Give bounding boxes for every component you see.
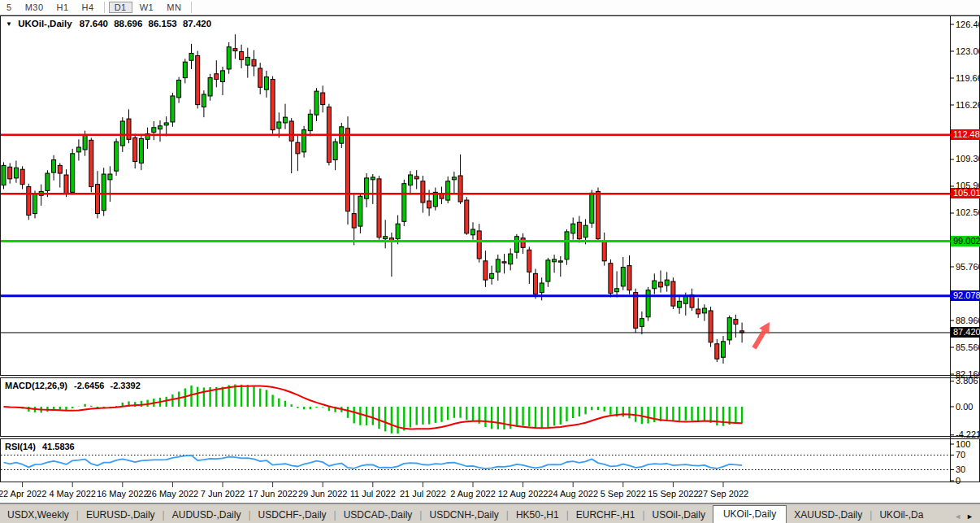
candle-body: [640, 319, 644, 327]
candle-body: [240, 52, 244, 60]
tab-usoil-daily[interactable]: USOil-,Daily: [645, 507, 713, 523]
price-tick-label: 126.460: [956, 20, 980, 29]
candle-body: [565, 232, 569, 259]
candle-body: [446, 181, 450, 200]
candle-body: [558, 261, 562, 262]
candle-body: [58, 165, 62, 173]
candle-body: [177, 81, 181, 98]
tab-eurusd-daily[interactable]: EURUSD-,Daily: [79, 507, 163, 523]
chart-title[interactable]: ▼ UKOil-,Daily 87.640 88.696 86.153 87.4…: [6, 19, 211, 28]
candle-body: [615, 289, 619, 292]
price-tick-label: 102.560: [956, 207, 980, 217]
tab-scroll-right-icon[interactable]: ►: [966, 512, 973, 521]
candle-body: [202, 94, 206, 107]
candle-body: [115, 142, 119, 171]
timeframe-button-5[interactable]: 5: [1, 2, 18, 13]
rsi-label: RSI(14) 41.5836: [5, 442, 75, 451]
candle-body: [14, 168, 18, 178]
candle-body: [477, 231, 481, 259]
candle-body: [277, 122, 281, 129]
price-level-label: 99.002: [951, 236, 980, 246]
candle-body: [358, 196, 362, 226]
candle-body: [189, 54, 193, 61]
timeframe-button-h1[interactable]: H1: [51, 2, 75, 13]
candle-body: [471, 229, 475, 235]
timeframe-button-m30[interactable]: M30: [20, 2, 50, 13]
date-label: 4 May 2022: [49, 489, 95, 499]
date-label: 12 Aug 2022: [498, 489, 549, 499]
tab-usdx-weekly[interactable]: USDX,Weekly: [0, 507, 76, 523]
candle-body: [333, 142, 337, 159]
price-tick-label: 95.760: [956, 262, 980, 272]
candle-body: [139, 138, 143, 163]
rsi-tick-label: 100: [956, 439, 970, 449]
tab-audusd-daily[interactable]: AUDUSD-,Daily: [165, 507, 249, 523]
candle-body: [465, 200, 469, 233]
candle-body: [158, 126, 163, 129]
tab-scroll-arrows: ◄►: [954, 512, 980, 523]
tab-usdchf-daily[interactable]: USDCHF-,Daily: [251, 507, 334, 523]
rsi-tick-label: 30: [956, 464, 965, 474]
up-trend-arrow[interactable]: [752, 322, 770, 350]
timeframe-button-mn[interactable]: MN: [161, 2, 187, 13]
price-tick-label: 88.960: [956, 316, 980, 325]
candle-body: [609, 264, 613, 294]
candle-body: [289, 121, 293, 141]
candle-body: [577, 222, 581, 238]
candle-body: [571, 224, 575, 233]
date-label: 7 Jun 2022: [201, 489, 245, 499]
tab-scroll-left-icon[interactable]: ◄: [954, 512, 961, 521]
candle-body: [302, 130, 306, 152]
rsi-value: 41.5836: [42, 442, 75, 451]
rsi-tick-label: 70: [956, 450, 965, 460]
tab-usdcnh-daily[interactable]: USDCNH-,Daily: [422, 507, 505, 523]
candle-body: [384, 237, 388, 239]
candle-body: [521, 238, 525, 248]
candle-body: [120, 121, 124, 146]
main-panel-frame: [1, 16, 980, 376]
candle-body: [221, 71, 225, 82]
candle-body: [321, 93, 325, 105]
tab-ukoil-da[interactable]: UKOil-,Da: [872, 507, 930, 523]
candle-body: [396, 224, 400, 238]
chart-canvas[interactable]: [0, 0, 980, 523]
price-tick-label: 85.560: [956, 342, 980, 352]
chart-symbol: UKOil-,Daily: [18, 19, 72, 28]
candle-body: [490, 273, 494, 278]
rsi-tick-label: 0: [956, 476, 960, 486]
candle-body: [722, 342, 726, 357]
date-label: 22 Apr 2022: [0, 489, 46, 499]
candle-body: [8, 167, 12, 179]
candle-body: [46, 173, 50, 190]
candle-body: [127, 119, 131, 139]
candle-body: [458, 176, 462, 202]
candle-body: [509, 254, 513, 264]
candle-body: [2, 165, 6, 185]
timeframe-button-h4[interactable]: H4: [76, 2, 100, 13]
candle-body: [76, 147, 80, 152]
candle-body: [709, 311, 713, 342]
timeframe-button-w1[interactable]: W1: [134, 2, 160, 13]
tab-hk50-h1[interactable]: HK50-,H1: [509, 507, 566, 523]
candle-body: [452, 177, 456, 180]
candle-body: [371, 177, 375, 180]
timeframe-button-d1[interactable]: D1: [109, 2, 132, 13]
ohlc-open: 87.640: [80, 19, 108, 28]
candle-body: [553, 259, 557, 262]
date-label: 15 Sep 2022: [648, 489, 698, 499]
candle-body: [540, 283, 544, 293]
candle-body: [678, 301, 682, 307]
candle-body: [102, 174, 106, 211]
price-tick-label: 105.960: [956, 181, 980, 190]
candle-body: [71, 154, 75, 193]
tab-xauusd-daily[interactable]: XAUUSD-,Daily: [787, 507, 869, 523]
price-tick-label: 123.060: [956, 46, 980, 56]
date-label: 24 Aug 2022: [548, 489, 598, 499]
tab-eurchf-h1[interactable]: EURCHF-,H1: [569, 507, 643, 523]
tab-usdcad-daily[interactable]: USDCAD-,Daily: [336, 507, 420, 523]
candle-body: [352, 214, 356, 228]
symbol-dropdown-icon[interactable]: ▼: [6, 20, 12, 28]
tab-ukoil-daily[interactable]: UKOil-,Daily: [713, 505, 787, 523]
timeframe-toolbar: 5M30H1H4D1W1MN: [0, 0, 980, 15]
candle-body: [634, 293, 638, 329]
